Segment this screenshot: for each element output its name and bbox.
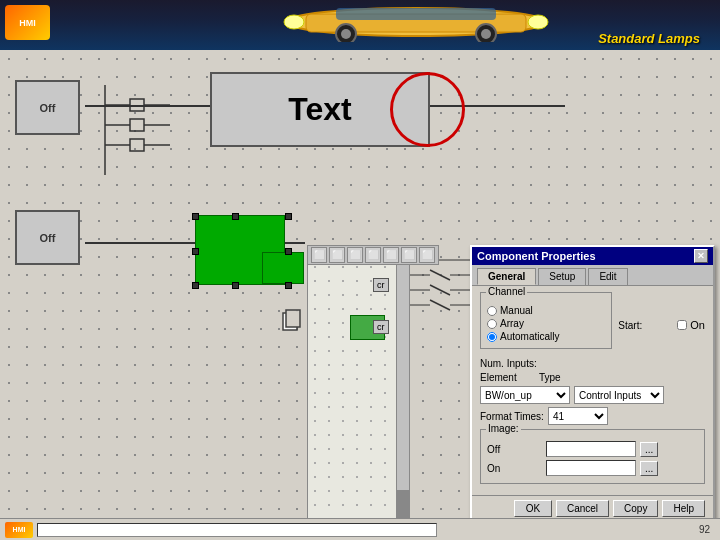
toolbar-strip: ⬜ ⬜ ⬜ ⬜ ⬜ ⬜ ⬜ [307,245,439,265]
toolbar-btn-3[interactable]: ⬜ [347,247,363,263]
car-illustration [276,2,556,42]
radio-auto[interactable] [487,332,497,342]
v-scroll-thumb[interactable] [397,490,409,520]
page-number: 92 [699,524,710,535]
start-row: Start: On [618,319,705,331]
image-group: Image: Off ... On ... [480,429,705,484]
radio-auto-row: Automatically [487,331,605,342]
toolbar-btn-5[interactable]: ⬜ [383,247,399,263]
radio-manual-label: Manual [500,305,533,316]
channel-group-title: Channel [486,286,527,297]
dialog-body: Channel Manual Array Automatically [472,286,713,495]
element-row: Element Type [480,372,705,383]
toolbar-btn-1[interactable]: ⬜ [311,247,327,263]
off-button-2[interactable]: Off [15,210,80,265]
start-checkbox-row: On [677,319,705,331]
svg-rect-17 [130,139,144,151]
svg-point-7 [284,15,304,29]
copy-icon[interactable] [280,308,302,333]
radio-manual-row: Manual [487,305,605,316]
off-button-1[interactable]: Off [15,80,80,135]
toolbar-btn-7[interactable]: ⬜ [419,247,435,263]
start-label: Start: [618,320,673,331]
format-times-label: Format Times: [480,411,544,422]
bottom-bar: HMI 92 [0,518,720,540]
channel-group: Channel Manual Array Automatically [480,292,612,349]
svg-point-3 [341,29,351,39]
toolbar-btn-6[interactable]: ⬜ [401,247,417,263]
component-symbols-1 [95,85,210,175]
help-button[interactable]: Help [662,500,705,517]
dialog-title: Component Properties [477,250,596,262]
red-circle-annotation [390,72,465,147]
svg-line-27 [430,285,450,295]
handle-bm [232,282,239,289]
svg-rect-11 [130,99,144,111]
handle-bl [192,282,199,289]
image-off-browse[interactable]: ... [640,442,658,457]
cancel-button[interactable]: Cancel [556,500,609,517]
image-on-row: On ... [487,460,698,476]
bottom-left: HMI [5,522,437,538]
handle-tr [285,213,292,220]
element-label: Element [480,372,535,383]
component-properties-dialog: Component Properties ✕ General Setup Edi… [470,245,715,523]
image-group-title: Image: [486,423,521,434]
image-on-label: On [487,463,542,474]
handle-ml [192,248,199,255]
svg-rect-14 [130,119,144,131]
image-off-row: Off ... [487,441,698,457]
start-checkbox[interactable] [677,320,687,330]
num-inputs-label: Num. Inputs: [480,358,537,369]
top-banner: Standard Lamps HMI [0,0,720,50]
tab-edit[interactable]: Edit [588,268,627,285]
page-title: Standard Lamps [598,31,700,46]
svg-line-24 [430,270,450,280]
start-on-label: On [690,319,705,331]
type-label: Type [539,372,594,383]
copy-button[interactable]: Copy [613,500,658,517]
cr-label-1: cr [373,278,389,292]
dialog-close-button[interactable]: ✕ [694,249,708,263]
svg-point-8 [528,15,548,29]
svg-point-5 [481,29,491,39]
handle-tm [232,213,239,220]
svg-rect-20 [286,310,300,327]
radio-auto-label: Automatically [500,331,559,342]
handle-mr [285,248,292,255]
dialog-tabs: General Setup Edit [472,265,713,286]
handle-br [285,282,292,289]
ok-button[interactable]: OK [514,500,552,517]
vertical-scrollbar[interactable] [396,245,410,521]
toolbar-btn-4[interactable]: ⬜ [365,247,381,263]
tab-general[interactable]: General [477,268,536,285]
cr-label-2: cr [373,320,389,334]
image-off-label: Off [487,444,542,455]
inner-panel[interactable] [307,245,410,521]
radio-manual[interactable] [487,306,497,316]
radio-array[interactable] [487,319,497,329]
element-value-row: BW/on_up Control Inputs [480,386,705,404]
element-select[interactable]: BW/on_up [480,386,570,404]
type-select[interactable]: Control Inputs [574,386,664,404]
hmi-logo-bottom: HMI [5,522,33,538]
svg-line-30 [430,300,450,310]
green-shape [195,215,285,285]
hmi-logo-header: HMI [5,5,50,40]
svg-rect-6 [336,8,496,20]
handle-tl [192,213,199,220]
format-times-select[interactable]: 41 [548,407,608,425]
num-inputs-row: Num. Inputs: [480,358,705,369]
status-bar [37,523,437,537]
image-on-input[interactable] [546,460,636,476]
main-area: Off Text Off [0,50,720,540]
radio-array-row: Array [487,318,605,329]
image-off-input[interactable] [546,441,636,457]
tab-setup[interactable]: Setup [538,268,586,285]
dialog-titlebar: Component Properties ✕ [472,247,713,265]
image-on-browse[interactable]: ... [640,461,658,476]
component-symbols-2 [400,250,480,350]
radio-array-label: Array [500,318,524,329]
toolbar-btn-2[interactable]: ⬜ [329,247,345,263]
canvas-area[interactable]: Off Text Off [0,50,720,540]
